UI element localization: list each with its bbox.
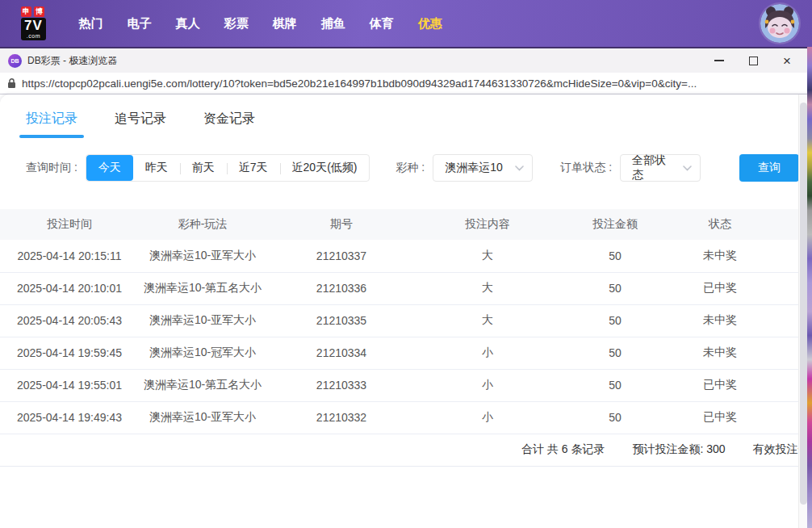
maximize-button[interactable] xyxy=(736,49,770,72)
cell-issue: 21210334 xyxy=(266,337,416,369)
order-status-value: 全部状态 xyxy=(632,153,676,182)
summary-total: 合计 共 6 条记录 xyxy=(521,442,605,457)
table-row: 2025-04-14 19:55:01澳洲幸运10-第五名大小21210333小… xyxy=(0,369,812,401)
cell-status: 已中奖 xyxy=(672,401,768,434)
site-nav: 申 博 7V .com 热门电子真人彩票棋牌捕鱼体育优惠 xyxy=(0,0,812,47)
column-header: 投注金额 xyxy=(559,209,672,240)
lottery-select[interactable]: 澳洲幸运10 xyxy=(433,154,533,182)
tab[interactable]: 投注记录 xyxy=(26,111,77,138)
cell-issue: 21210333 xyxy=(266,369,416,401)
time-option[interactable]: 近20天(低频) xyxy=(280,155,370,181)
cell-time: 2025-04-14 20:05:43 xyxy=(0,304,139,337)
chevron-down-icon xyxy=(683,166,692,171)
table-row: 2025-04-14 20:10:01澳洲幸运10-第五名大小21210336大… xyxy=(0,272,812,304)
scrollbar-thumb[interactable] xyxy=(800,103,807,505)
filter-bar: 查询时间 : 今天昨天前天近7天近20天(低频) 彩种 : 澳洲幸运10 订单状… xyxy=(26,154,812,182)
summary-bar: 合计 共 6 条记录 预计投注金额: 300 有效投注金额: 300 xyxy=(0,434,812,467)
record-tabs: 投注记录追号记录资金记录 xyxy=(0,94,812,138)
time-range-segmented: 今天昨天前天近7天近20天(低频) xyxy=(86,154,370,182)
logo-suffix: .com xyxy=(24,33,43,39)
tab[interactable]: 追号记录 xyxy=(115,111,166,138)
nav-menu: 热门电子真人彩票棋牌捕鱼体育优惠 xyxy=(67,16,454,31)
cell-status: 未中奖 xyxy=(672,337,768,369)
summary-expected-amount: 预计投注金额: 300 xyxy=(632,442,725,457)
table-header-row: 投注时间彩种-玩法期号投注内容投注金额状态 xyxy=(0,209,812,240)
time-option[interactable]: 今天 xyxy=(86,155,133,181)
bet-records-table: 投注时间彩种-玩法期号投注内容投注金额状态 2025-04-14 20:15:1… xyxy=(0,209,812,434)
cell-amount: 50 xyxy=(559,369,672,401)
logo-badges: 申 博 xyxy=(21,6,44,17)
search-button[interactable]: 查询 xyxy=(739,154,799,182)
lock-icon xyxy=(7,78,16,89)
logo-main: 7V xyxy=(24,19,43,32)
logo-badge-2: 博 xyxy=(34,6,44,17)
nav-item[interactable]: 棋牌 xyxy=(273,16,297,31)
cell-amount: 50 xyxy=(559,304,672,337)
cell-content: 小 xyxy=(416,369,559,401)
cell-game: 澳洲幸运10-冠军大小 xyxy=(139,337,266,369)
cell-status: 已中奖 xyxy=(672,369,768,401)
nav-item[interactable]: 热门 xyxy=(79,16,103,31)
nav-item[interactable]: 彩票 xyxy=(224,16,249,31)
cell-issue: 21210332 xyxy=(266,401,416,434)
cell-issue: 21210337 xyxy=(266,240,416,272)
cell-game: 澳洲幸运10-亚军大小 xyxy=(139,401,266,434)
cell-content: 大 xyxy=(416,240,559,272)
column-header: 期号 xyxy=(266,209,416,240)
vertical-scrollbar[interactable] xyxy=(798,94,807,528)
cell-issue: 21210335 xyxy=(266,304,416,337)
time-option[interactable]: 前天 xyxy=(180,155,227,181)
cell-content: 小 xyxy=(416,401,559,434)
cell-amount: 50 xyxy=(559,272,672,304)
cell-game: 澳洲幸运10-第五名大小 xyxy=(139,272,266,304)
cell-content: 大 xyxy=(416,304,559,337)
url-text[interactable]: https://ctopcp02pcali.uengi5e.com/lotter… xyxy=(22,78,697,90)
nav-item[interactable]: 体育 xyxy=(370,16,394,31)
cell-content: 小 xyxy=(416,337,559,369)
nav-item[interactable]: 真人 xyxy=(176,16,200,31)
cell-game: 澳洲幸运10-第五名大小 xyxy=(139,369,266,401)
browser-app-icon: DB xyxy=(8,54,22,68)
cell-time: 2025-04-14 20:10:01 xyxy=(0,272,139,304)
cell-time: 2025-04-14 20:15:11 xyxy=(0,240,139,272)
table-row: 2025-04-14 19:59:45澳洲幸运10-冠军大小21210334小5… xyxy=(0,337,812,369)
maximize-icon xyxy=(749,57,758,65)
column-header: 彩种-玩法 xyxy=(139,209,266,240)
nav-item[interactable]: 电子 xyxy=(128,16,152,31)
window-controls: × xyxy=(702,49,804,72)
browser-titlebar: DB DB彩票 - 极速浏览器 × xyxy=(0,47,812,73)
cell-game: 澳洲幸运10-亚军大小 xyxy=(139,240,266,272)
nav-item[interactable]: 优惠 xyxy=(418,16,442,31)
cell-status: 未中奖 xyxy=(672,304,768,337)
cell-amount: 50 xyxy=(559,240,672,272)
window-title: DB彩票 - 极速浏览器 xyxy=(27,54,117,68)
logo-badge-1: 申 xyxy=(21,6,31,17)
time-option[interactable]: 近7天 xyxy=(227,155,280,181)
cell-amount: 50 xyxy=(559,337,672,369)
tab[interactable]: 资金记录 xyxy=(203,111,255,138)
column-header: 投注时间 xyxy=(0,209,139,240)
column-header: 状态 xyxy=(672,209,768,240)
minimize-button[interactable] xyxy=(702,49,736,72)
url-bar[interactable]: https://ctopcp02pcali.uengi5e.com/lotter… xyxy=(0,73,812,94)
time-filter-label: 查询时间 : xyxy=(26,161,77,175)
content-panel: 投注记录追号记录资金记录 查询时间 : 今天昨天前天近7天近20天(低频) 彩种… xyxy=(0,94,812,528)
chevron-down-icon xyxy=(515,166,524,171)
time-option[interactable]: 昨天 xyxy=(133,155,180,181)
close-button[interactable]: × xyxy=(770,49,804,72)
cell-status: 已中奖 xyxy=(672,272,768,304)
cell-game: 澳洲幸运10-亚军大小 xyxy=(139,304,266,337)
lottery-filter-label: 彩种 : xyxy=(396,161,425,175)
cell-time: 2025-04-14 19:49:43 xyxy=(0,401,139,434)
table-row: 2025-04-14 19:49:43澳洲幸运10-亚军大小21210332小5… xyxy=(0,401,812,434)
nav-item[interactable]: 捕鱼 xyxy=(321,16,345,31)
table-row: 2025-04-14 20:15:11澳洲幸运10-亚军大小21210337大5… xyxy=(0,240,812,272)
table-body: 2025-04-14 20:15:11澳洲幸运10-亚军大小21210337大5… xyxy=(0,240,812,434)
order-status-select[interactable]: 全部状态 xyxy=(620,154,701,182)
minimize-icon xyxy=(714,60,724,61)
user-avatar[interactable] xyxy=(760,4,799,43)
site-logo[interactable]: 申 博 7V .com xyxy=(21,6,46,40)
table-row: 2025-04-14 20:05:43澳洲幸运10-亚军大小21210335大5… xyxy=(0,304,812,337)
cell-time: 2025-04-14 19:59:45 xyxy=(0,337,139,369)
cell-status: 未中奖 xyxy=(672,240,768,272)
